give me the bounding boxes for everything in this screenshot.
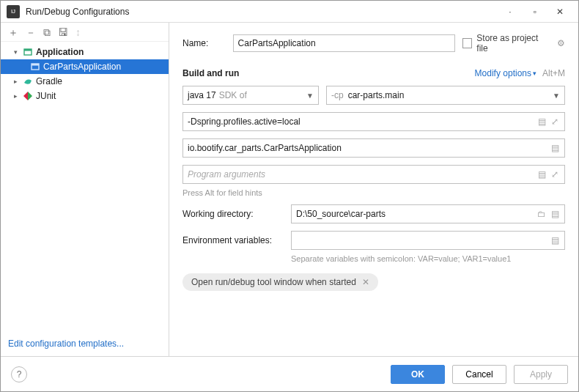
build-run-header: Build and run Modify options ▾ Alt+M — [182, 68, 565, 78]
classpath-select[interactable]: -cp car-parts.main ▼ — [326, 86, 565, 105]
dropdown-arrow-icon: ▼ — [306, 92, 314, 100]
content-area: ＋ － ⧉ 🖫 ↕ ▾ Application CarPartsApplicat… — [1, 23, 578, 356]
application-icon — [30, 62, 40, 72]
insert-macro-icon[interactable]: ▤ — [548, 143, 561, 153]
program-args-field[interactable]: ▤ ⤢ — [182, 165, 565, 184]
left-footer: Edit configuration templates... — [1, 331, 169, 356]
cp-value: car-parts.main — [348, 90, 405, 100]
apply-button[interactable]: Apply — [514, 365, 568, 384]
wd-input[interactable] — [296, 206, 535, 222]
chevron-right-icon: ▸ — [11, 92, 20, 100]
cp-flag: -cp — [331, 90, 344, 100]
config-tree: ▾ Application CarPartsApplication ▸ Grad… — [1, 42, 169, 331]
maximize-button[interactable]: ▫ — [523, 7, 547, 17]
env-field[interactable]: ▤ — [291, 231, 565, 250]
store-checkbox[interactable] — [462, 38, 473, 48]
copy-config-icon[interactable]: ⧉ — [43, 27, 51, 37]
application-icon — [23, 47, 33, 57]
folder-icon[interactable]: 🗀 — [535, 209, 548, 219]
insert-macro-icon[interactable]: ▤ — [535, 169, 548, 180]
tree-label: Gradle — [36, 76, 62, 86]
tree-node-gradle[interactable]: ▸ Gradle — [1, 74, 169, 89]
tree-label: Application — [36, 47, 84, 57]
modify-options-link[interactable]: Modify options ▾ — [475, 68, 536, 78]
tree-toolbar: ＋ － ⧉ 🖫 ↕ — [1, 23, 169, 42]
name-row: Name: Store as project file ⚙ — [182, 33, 565, 53]
working-dir-row: Working directory: 🗀 ▤ — [182, 204, 565, 223]
sort-config-icon[interactable]: ↕ — [75, 27, 81, 37]
program-args-input[interactable] — [188, 166, 535, 182]
app-icon: IJ — [7, 5, 20, 18]
name-input[interactable] — [233, 34, 455, 52]
dialog-footer: ? OK Cancel Apply — [1, 356, 578, 391]
gradle-icon — [23, 76, 33, 86]
tree-node-application[interactable]: ▾ Application — [1, 45, 169, 59]
jdk-select[interactable]: java 17 SDK of ▼ — [182, 86, 319, 105]
jdk-suffix: SDK of — [219, 90, 247, 100]
save-config-icon[interactable]: 🖫 — [58, 27, 68, 37]
name-label: Name: — [182, 38, 226, 48]
left-panel: ＋ － ⧉ 🖫 ↕ ▾ Application CarPartsApplicat… — [1, 23, 169, 356]
expand-icon[interactable]: ⤢ — [548, 117, 561, 127]
title-bar: IJ Run/Debug Configurations · ▫ ✕ — [1, 1, 578, 23]
window-title: Run/Debug Configurations — [26, 7, 498, 17]
main-class-input[interactable] — [188, 140, 548, 156]
jdk-value: java 17 — [188, 90, 216, 100]
store-label: Store as project file — [476, 33, 550, 53]
tree-node-carparts[interactable]: CarPartsApplication — [1, 59, 169, 74]
wd-label: Working directory: — [182, 209, 285, 219]
form-panel: Name: Store as project file ⚙ Build and … — [169, 23, 578, 356]
insert-macro-icon[interactable]: ▤ — [548, 209, 561, 219]
tree-node-junit[interactable]: ▸ JUnit — [1, 89, 169, 103]
wd-field[interactable]: 🗀 ▤ — [291, 204, 565, 223]
chevron-down-icon: ▾ — [11, 48, 20, 56]
vm-options-input[interactable] — [188, 114, 535, 130]
option-pill[interactable]: Open run/debug tool window when started … — [182, 273, 378, 291]
insert-macro-icon[interactable]: ▤ — [548, 235, 561, 245]
remove-pill-icon[interactable]: ✕ — [362, 277, 369, 287]
minimize-button[interactable]: · — [498, 7, 523, 17]
modify-label: Modify options — [475, 68, 531, 78]
junit-icon — [23, 91, 33, 101]
jdk-cp-row: java 17 SDK of ▼ -cp car-parts.main ▼ — [182, 86, 565, 105]
env-hint: Separate variables with semicolon: VAR=v… — [291, 254, 565, 263]
cancel-button[interactable]: Cancel — [452, 365, 506, 384]
main-class-field[interactable]: ▤ — [182, 138, 565, 158]
ok-button[interactable]: OK — [391, 365, 445, 384]
env-input[interactable] — [296, 232, 548, 248]
help-button[interactable]: ? — [11, 366, 27, 382]
env-row: Environment variables: ▤ — [182, 231, 565, 250]
tree-label: CarPartsApplication — [43, 62, 121, 72]
chevron-right-icon: ▸ — [11, 78, 20, 85]
env-label: Environment variables: — [182, 235, 285, 245]
pill-label: Open run/debug tool window when started — [191, 277, 356, 287]
gear-icon[interactable]: ⚙ — [557, 38, 565, 48]
insert-macro-icon[interactable]: ▤ — [535, 117, 548, 127]
expand-icon[interactable]: ⤢ — [548, 169, 561, 180]
close-button[interactable]: ✕ — [547, 7, 572, 17]
svg-rect-3 — [32, 64, 39, 66]
modify-shortcut: Alt+M — [542, 68, 565, 78]
svg-rect-1 — [24, 49, 32, 51]
add-config-icon[interactable]: ＋ — [8, 27, 18, 37]
dropdown-arrow-icon: ▼ — [553, 92, 560, 100]
section-title: Build and run — [182, 68, 239, 78]
vm-options-field[interactable]: ▤ ⤢ — [182, 112, 565, 131]
tree-label: JUnit — [36, 91, 56, 101]
field-hint: Press Alt for field hints — [182, 188, 565, 197]
store-as-project[interactable]: Store as project file ⚙ — [462, 33, 565, 53]
chevron-down-icon: ▾ — [533, 70, 536, 77]
remove-config-icon[interactable]: － — [26, 27, 36, 37]
edit-templates-link[interactable]: Edit configuration templates... — [8, 339, 124, 349]
